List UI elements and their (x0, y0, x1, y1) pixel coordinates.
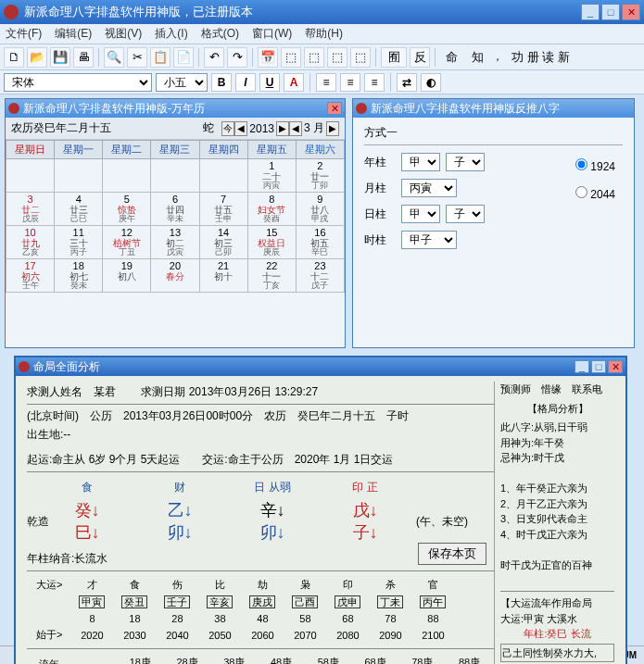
menu-bar: 文件(F) 编辑(E) 视图(V) 插入(I) 格式(O) 窗口(W) 帮助(H… (0, 24, 644, 44)
month-label: 3 月 (302, 120, 326, 136)
tool-icon[interactable]: ⬚ (281, 47, 301, 68)
name-value: 某君 (94, 385, 116, 398)
menu-edit[interactable]: 编辑(E) (55, 26, 92, 42)
ana-app-icon (19, 361, 30, 372)
font-toolbar: 宋体 小五 B I U A ≡ ≡ ≡ ⇄ ◐ (0, 70, 644, 94)
menu-help[interactable]: 帮助(H) (305, 26, 343, 42)
date-label: 求测日期 (141, 385, 185, 398)
align-left-icon[interactable]: ≡ (316, 73, 336, 92)
main-toolbar: 🗋 📂 💾 🖶 🔍 ✂ 📋 📄 ↶ ↷ 📅 ⬚ ⬚ ⬚ ⬚ 囿 反 命 知 ， … (0, 44, 644, 70)
day-stem-combo[interactable]: 甲 (401, 205, 440, 223)
luck-table: 大运>才食伤比劫枭印杀官 甲寅癸丑壬子辛亥庚戌己酉戊申丁未丙午 81828384… (27, 575, 455, 645)
redo-icon[interactable]: ↷ (227, 47, 247, 68)
kong-label: (午、未空) (416, 514, 468, 530)
menu-insert[interactable]: 插入(I) (155, 26, 187, 42)
method-label: 方式一 (364, 125, 623, 145)
tool3-icon[interactable]: ⬚ (327, 47, 347, 68)
day-branch-combo[interactable]: 子 (446, 205, 485, 223)
cal-close-button[interactable]: ✕ (327, 102, 342, 115)
paste-icon[interactable]: 📄 (173, 47, 194, 68)
app-title: 新派命理八字排盘软件用神版，已注册版本 (24, 4, 581, 20)
tool2-icon[interactable]: ⬚ (304, 47, 324, 68)
toolbar-text-2[interactable]: 知 (466, 49, 489, 66)
maximize-button[interactable]: □ (601, 4, 620, 20)
cal-title: 新派命理八字排盘软件用神版-万年历 (23, 101, 327, 117)
save-page-button[interactable]: 保存本页 (418, 543, 486, 565)
copy-icon[interactable]: 📋 (150, 47, 170, 68)
lunar-date-label: 农历癸巳年二月十五 (11, 120, 203, 136)
ana-min-button[interactable]: _ (575, 360, 589, 373)
extra-icon[interactable]: ◐ (421, 73, 441, 92)
font-size-combo[interactable]: 小五 (156, 73, 208, 92)
app-icon (4, 5, 19, 19)
month-combo[interactable]: 丙寅 (401, 179, 457, 197)
align-right-icon[interactable]: ≡ (364, 73, 385, 92)
date-icon[interactable]: 📅 (258, 47, 278, 68)
calendar-table: 星期日星期一星期二星期三星期四星期五星期六 1二十丙寅2廿一丁卯3廿二戊辰4廿三… (6, 140, 345, 293)
search-icon[interactable]: 🔍 (104, 47, 124, 68)
rev-title: 新派命理八字排盘软件用神版反推八字 (371, 101, 631, 117)
menu-window[interactable]: 窗口(W) (252, 26, 292, 42)
month-pillar-label: 月柱 (364, 181, 396, 196)
prev-month-button[interactable]: ◀ (289, 121, 302, 136)
close-button[interactable]: ✕ (622, 4, 640, 20)
open-icon[interactable]: 📂 (27, 47, 47, 68)
main-titlebar: 新派命理八字排盘软件用神版，已注册版本 _ □ ✕ (0, 0, 644, 24)
tool5-icon[interactable]: 囿 (381, 47, 407, 68)
liunian-table: 流年>8 庚子18庚戌28庚申38庚午48庚辰58庚寅68庚子78庚戌88庚申9… (27, 653, 494, 664)
link-icon[interactable]: ⇄ (397, 73, 417, 92)
zodiac-label: 蛇 (203, 120, 214, 136)
toolbar-text-1[interactable]: 命 (440, 49, 463, 66)
font-name-combo[interactable]: 宋体 (4, 73, 152, 92)
cal-app-icon (8, 103, 19, 114)
rev-app-icon (356, 103, 367, 114)
menu-format[interactable]: 格式(O) (201, 26, 239, 42)
italic-button[interactable]: I (235, 73, 256, 92)
minimize-button[interactable]: _ (581, 4, 600, 20)
font-color-button[interactable]: A (284, 73, 304, 92)
tool4-icon[interactable]: ⬚ (350, 47, 371, 68)
date-value: 2013年03月26日 13:29:27 (189, 385, 318, 398)
qianzao-label: 乾造 (27, 514, 64, 530)
next-year-button[interactable]: ▶ (276, 121, 289, 136)
print-icon[interactable]: 🖶 (73, 47, 94, 68)
year-opt-1924[interactable] (575, 158, 587, 170)
birth-line: (北京时间) 公历 2013年03月26日00时00分 农历 癸巳年二月十五 子… (27, 408, 494, 424)
ana-title: 命局全面分析 (33, 359, 575, 375)
next-month-button[interactable]: ▶ (326, 121, 339, 136)
tool6-icon[interactable]: 反 (410, 47, 430, 68)
year-opt-2044[interactable] (575, 186, 587, 198)
reverse-window: 新派命理八字排盘软件用神版反推八字 方式一 年柱 甲 子 月柱 丙寅 日柱 甲 … (352, 98, 635, 348)
analysis-window: 命局全面分析 _ □ ✕ 求测人姓名 某君 求测日期 2013年03月26日 1… (14, 356, 627, 664)
ana-max-button[interactable]: □ (591, 360, 606, 373)
prev-year-button[interactable]: ◀ (234, 121, 247, 136)
birthplace: 出生地:-- (27, 427, 494, 443)
year-stem-combo[interactable]: 甲 (401, 153, 440, 171)
menu-view[interactable]: 视图(V) (105, 26, 142, 42)
cut-icon[interactable]: ✂ (127, 47, 147, 68)
underline-button[interactable]: U (259, 73, 280, 92)
undo-icon[interactable]: ↶ (204, 47, 224, 68)
day-pillar-label: 日柱 (364, 207, 396, 222)
year-label: 2013 (247, 122, 276, 135)
year-branch-combo[interactable]: 子 (446, 153, 485, 171)
save-icon[interactable]: 💾 (50, 47, 70, 68)
section-title: 【格局分析】 (500, 401, 614, 417)
new-icon[interactable]: 🗋 (4, 47, 24, 68)
bold-button[interactable]: B (211, 73, 232, 92)
today-button[interactable]: 今 (221, 121, 234, 136)
hour-combo[interactable]: 甲子 (401, 231, 457, 249)
calendar-window: 新派命理八字排盘软件用神版-万年历 ✕ 农历癸巳年二月十五 蛇 今 ◀ 2013… (5, 98, 346, 348)
toolbar-text-3[interactable]: 功 册 读 新 (506, 49, 575, 66)
qiyun-line: 起运:命主从 6岁 9个月 5天起运 交运:命主于公历 2020年 1月 1日交… (27, 452, 494, 468)
year-pillar-label: 年柱 (364, 155, 396, 170)
ana-close-button[interactable]: ✕ (608, 360, 623, 373)
name-label: 求测人姓名 (27, 385, 82, 398)
hour-pillar-label: 时柱 (364, 232, 396, 248)
menu-file[interactable]: 文件(F) (6, 26, 42, 42)
align-center-icon[interactable]: ≡ (340, 73, 360, 92)
